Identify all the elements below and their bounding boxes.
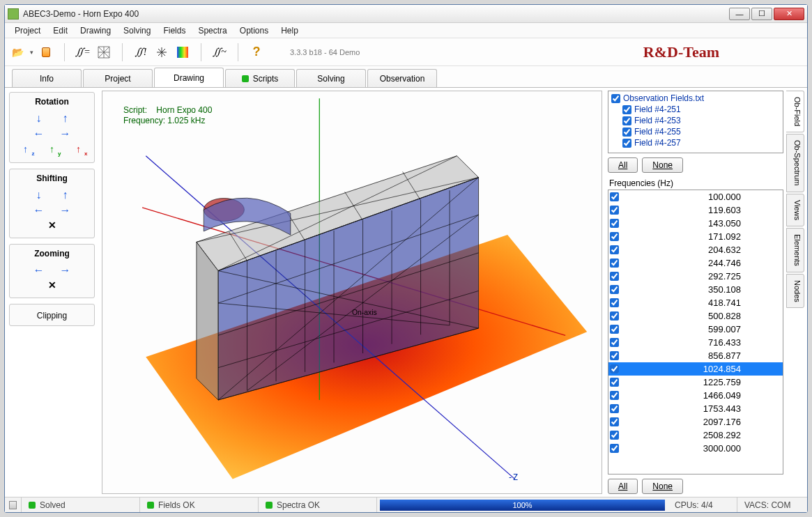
menu-help[interactable]: Help [275, 24, 304, 37]
menu-edit[interactable]: Edit [47, 24, 73, 37]
vtab-ob-spectrum[interactable]: Ob-Spectrum [786, 134, 804, 192]
frequency-checkbox[interactable] [610, 351, 619, 360]
stop-icon[interactable] [38, 44, 54, 61]
rotate-x-axis-icon[interactable]: ↑x [72, 143, 85, 155]
frequency-row[interactable]: 599.007 [608, 323, 783, 336]
frequency-checkbox[interactable] [610, 338, 619, 347]
frequency-checkbox[interactable] [610, 431, 619, 440]
vtab-nodes[interactable]: Nodes [786, 274, 804, 309]
menu-solving[interactable]: Solving [118, 24, 156, 37]
rotate-down-icon[interactable]: ↓ [33, 112, 45, 125]
frequency-row[interactable]: 418.741 [608, 296, 783, 309]
frequency-row[interactable]: 1466.049 [608, 389, 783, 402]
frequencies-list[interactable]: 100.000119.603143.050171.092204.632244.7… [608, 190, 783, 474]
observation-tree[interactable]: Observation Fields.txtField #4-251Field … [608, 91, 783, 153]
rotate-y-axis-icon[interactable]: ↑y [46, 143, 59, 155]
tree-none-button[interactable]: None [642, 157, 683, 173]
rotate-right-icon[interactable]: → [59, 128, 72, 140]
freq-all-button[interactable]: All [608, 479, 638, 494]
rotate-z-axis-icon[interactable]: ↑z [20, 143, 32, 155]
frequency-checkbox[interactable] [610, 325, 619, 334]
tree-item[interactable]: Field #4-253 [610, 115, 781, 126]
zoom-out-icon[interactable]: ← [33, 264, 45, 277]
frequency-row[interactable]: 143.050 [608, 217, 783, 230]
rotate-up-icon[interactable]: ↑ [59, 112, 72, 125]
frequency-row[interactable]: 350.108 [608, 283, 783, 296]
frequency-checkbox[interactable] [610, 298, 619, 307]
frequency-row[interactable]: 856.877 [608, 349, 783, 362]
frequency-checkbox[interactable] [610, 285, 619, 294]
frequency-row[interactable]: 716.433 [608, 336, 783, 349]
frequency-checkbox[interactable] [610, 364, 619, 373]
shift-up-icon[interactable]: ↑ [59, 189, 72, 201]
tree-item[interactable]: Field #4-257 [610, 137, 781, 148]
frequency-checkbox[interactable] [610, 232, 619, 241]
frequency-checkbox[interactable] [610, 272, 619, 281]
drawing-viewport[interactable]: On-axis Script: Horn Expo 400 Frequency:… [102, 91, 602, 494]
frequency-row[interactable]: 204.632 [608, 243, 783, 256]
vtab-views[interactable]: Views [786, 194, 804, 226]
menu-drawing[interactable]: Drawing [75, 24, 116, 37]
frequency-checkbox[interactable] [610, 245, 619, 254]
rotate-left-icon[interactable]: ← [33, 128, 45, 140]
tree-root-checkbox[interactable] [611, 94, 620, 103]
tab-project[interactable]: Project [83, 69, 153, 87]
frequency-row[interactable]: 1753.443 [608, 402, 783, 415]
integral-mesh-icon[interactable]: ∬= [75, 44, 91, 61]
tab-info[interactable]: Info [12, 69, 82, 87]
frequency-row[interactable]: 1024.854 [608, 362, 783, 376]
frequency-checkbox[interactable] [610, 404, 619, 413]
tab-solving[interactable]: Solving [296, 69, 366, 87]
menu-project[interactable]: Project [9, 24, 46, 37]
shift-down-icon[interactable]: ↓ [33, 189, 45, 201]
clipping-panel[interactable]: Clipping [9, 304, 95, 326]
tree-item-checkbox[interactable] [622, 128, 631, 137]
minimize-button[interactable]: — [729, 8, 750, 20]
colormap-icon[interactable] [174, 44, 191, 61]
integral-bang-icon[interactable]: ∬! [132, 44, 149, 61]
zoom-reset-icon[interactable]: ✕ [48, 279, 56, 291]
freq-none-button[interactable]: None [642, 479, 683, 494]
tab-scripts[interactable]: Scripts [225, 69, 295, 87]
frequency-row[interactable]: 292.725 [608, 270, 783, 283]
frequency-checkbox[interactable] [610, 192, 619, 201]
tree-all-button[interactable]: All [608, 157, 638, 173]
frequency-checkbox[interactable] [610, 219, 619, 228]
maximize-button[interactable]: ☐ [751, 8, 772, 20]
shift-left-icon[interactable]: ← [33, 204, 45, 217]
frequency-row[interactable]: 2508.292 [608, 429, 783, 442]
shift-reset-icon[interactable]: ✕ [48, 219, 56, 231]
frequency-row[interactable]: 171.092 [608, 230, 783, 243]
tab-observation[interactable]: Observation [367, 69, 437, 87]
tree-item-checkbox[interactable] [622, 116, 631, 125]
help-icon[interactable]: ? [248, 44, 265, 61]
frequency-checkbox[interactable] [610, 444, 619, 453]
frequency-checkbox[interactable] [610, 391, 619, 400]
frequency-checkbox[interactable] [610, 206, 619, 215]
zoom-in-icon[interactable]: → [59, 264, 72, 277]
frequency-checkbox[interactable] [610, 417, 619, 426]
frequency-row[interactable]: 100.000 [608, 190, 783, 203]
vtab-ob-field[interactable]: Ob-Field [786, 91, 804, 132]
frequency-row[interactable]: 3000.000 [608, 442, 783, 455]
tree-item-checkbox[interactable] [622, 105, 631, 114]
open-icon[interactable]: 📂 [9, 44, 26, 61]
frequency-row[interactable]: 500.828 [608, 309, 783, 323]
tree-item-checkbox[interactable] [622, 139, 631, 148]
frequency-checkbox[interactable] [610, 378, 619, 387]
mesh-icon[interactable] [95, 44, 112, 61]
integral-wave-icon[interactable]: ∬~ [211, 44, 228, 61]
frequency-checkbox[interactable] [610, 258, 619, 268]
close-button[interactable]: ✕ [774, 8, 804, 20]
sparkle-icon[interactable] [153, 44, 170, 61]
menu-spectra[interactable]: Spectra [192, 24, 232, 37]
tab-drawing[interactable]: Drawing [154, 68, 224, 87]
frequency-row[interactable]: 2097.176 [608, 415, 783, 429]
frequency-row[interactable]: 1225.759 [608, 376, 783, 389]
frequency-row[interactable]: 244.746 [608, 256, 783, 270]
menu-options[interactable]: Options [234, 24, 274, 37]
tree-root[interactable]: Observation Fields.txt [610, 93, 781, 104]
menu-fields[interactable]: Fields [158, 24, 191, 37]
shift-right-icon[interactable]: → [59, 204, 72, 217]
tree-item[interactable]: Field #4-255 [610, 126, 781, 137]
